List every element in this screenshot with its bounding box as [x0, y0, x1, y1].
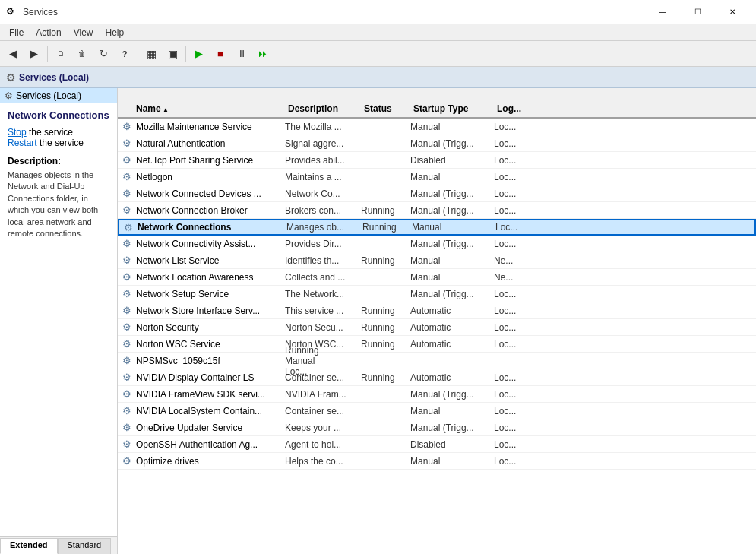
- service-startup-type: Manual (Trigg...: [410, 423, 494, 433]
- stop-service-button[interactable]: ■: [210, 44, 230, 64]
- help-button[interactable]: ?: [115, 44, 134, 64]
- service-logon: Loc...: [494, 239, 756, 249]
- table-row[interactable]: ⚙ NVIDIA FrameView SDK servi... NVIDIA F…: [118, 386, 756, 403]
- menu-view[interactable]: View: [68, 26, 100, 40]
- service-logon: Loc...: [494, 456, 756, 467]
- table-row[interactable]: ⚙ OpenSSH Authentication Ag... Agent to …: [118, 436, 756, 453]
- table-row[interactable]: ⚙ Mozilla Maintenance Service The Mozill…: [118, 119, 756, 135]
- service-startup-type: Manual: [410, 272, 494, 283]
- start-service-button[interactable]: ▶: [189, 44, 209, 64]
- tab-standard[interactable]: Standard: [58, 538, 112, 554]
- service-icon: ⚙: [118, 154, 136, 166]
- table-row[interactable]: ⚙ Network List Service Identifies th... …: [118, 252, 756, 269]
- service-name: NVIDIA FrameView SDK servi...: [136, 389, 285, 400]
- table-row[interactable]: ⚙ Optimize drives Helps the co... Manual…: [118, 453, 756, 470]
- service-logon: Loc...: [494, 289, 756, 299]
- col-header-name[interactable]: Name: [118, 102, 285, 116]
- breadcrumb-text: Services (Local): [19, 72, 89, 83]
- table-row[interactable]: ⚙ Network Connectivity Assist... Provide…: [118, 236, 756, 252]
- service-icon: ⚙: [118, 388, 136, 400]
- bottom-tabs: Extended Standard: [0, 536, 117, 554]
- view-toggle-2[interactable]: ▣: [163, 44, 182, 64]
- service-name: Natural Authentication: [136, 138, 285, 149]
- service-description: Provides Dir...: [285, 239, 361, 249]
- service-name: Mozilla Maintenance Service: [136, 122, 285, 132]
- table-row[interactable]: ⚙ NVIDIA Display Container LS Container …: [118, 369, 756, 386]
- service-description: Provides abil...: [285, 155, 361, 166]
- service-name: NPSMSvc_1059c15f: [136, 356, 285, 366]
- service-description: Maintains a ...: [285, 172, 361, 182]
- col-header-status[interactable]: Status: [361, 102, 410, 116]
- table-row[interactable]: ⚙ OneDrive Updater Service Keeps your ..…: [118, 419, 756, 436]
- service-logon: Loc...: [494, 172, 756, 182]
- table-row[interactable]: ⚙ Network Connections Manages ob... Runn…: [118, 219, 756, 236]
- service-description: Manages ob...: [286, 222, 362, 233]
- left-description-panel: Network Connections Stop the service Res…: [0, 103, 117, 536]
- service-list[interactable]: ⚙ Mozilla Maintenance Service The Mozill…: [118, 119, 756, 554]
- table-row[interactable]: ⚙ Net.Tcp Port Sharing Service Provides …: [118, 152, 756, 169]
- service-logon: Loc...: [494, 339, 756, 350]
- service-startup-type: Manual (Trigg...: [410, 205, 494, 216]
- refresh-button[interactable]: ↻: [93, 44, 113, 64]
- table-row[interactable]: ⚙ Netlogon Maintains a ... Manual Loc...: [118, 169, 756, 185]
- tree-item-label: Services (Local): [16, 90, 81, 101]
- menu-file[interactable]: File: [3, 26, 30, 40]
- pause-service-button[interactable]: ⏸: [232, 44, 251, 64]
- table-row[interactable]: ⚙ Network Store Interface Serv... This s…: [118, 302, 756, 319]
- up-button[interactable]: 🗋: [51, 44, 71, 64]
- service-startup-type: Disabled: [410, 439, 494, 450]
- table-row[interactable]: ⚙ Network Setup Service The Network... M…: [118, 286, 756, 302]
- service-name: Net.Tcp Port Sharing Service: [136, 155, 285, 166]
- table-row[interactable]: ⚙ Network Connected Devices ... Network …: [118, 185, 756, 202]
- toolbar-separator-1: [47, 46, 48, 62]
- back-button[interactable]: ◀: [3, 44, 23, 64]
- col-header-startup[interactable]: Startup Type: [410, 102, 494, 116]
- service-logon: Loc...: [494, 406, 756, 416]
- table-row[interactable]: ⚙ Norton WSC Service Norton WSC... Runni…: [118, 336, 756, 353]
- service-startup-type: Disabled: [410, 155, 494, 166]
- service-description: Container se...: [285, 372, 361, 383]
- stop-service-link[interactable]: Stop: [8, 127, 27, 138]
- view-toggle-1[interactable]: ▦: [141, 44, 161, 64]
- tab-extended[interactable]: Extended: [0, 538, 58, 554]
- table-row[interactable]: ⚙ NPSMSvc_1059c15f Running Manual Loc...: [118, 353, 756, 369]
- col-header-description[interactable]: Description: [285, 102, 361, 116]
- table-row[interactable]: ⚙ Natural Authentication Signal aggre...…: [118, 135, 756, 152]
- window-controls: — ☐ ✕: [645, 0, 750, 24]
- service-icon: ⚙: [118, 171, 136, 182]
- menu-help[interactable]: Help: [100, 26, 131, 40]
- service-description: NVIDIA Fram...: [285, 389, 361, 400]
- service-description: Network Co...: [285, 188, 361, 199]
- service-icon: ⚙: [118, 255, 136, 266]
- maximize-button[interactable]: ☐: [680, 0, 715, 24]
- table-row[interactable]: ⚙ Norton Security Norton Secu... Running…: [118, 319, 756, 336]
- service-status: Running: [361, 205, 410, 216]
- table-row[interactable]: ⚙ NVIDIA LocalSystem Contain... Containe…: [118, 403, 756, 419]
- col-header-logon[interactable]: Log...: [494, 102, 756, 116]
- minimize-button[interactable]: —: [645, 0, 680, 24]
- service-logon: Loc...: [495, 222, 754, 233]
- service-status: Running: [361, 372, 410, 383]
- service-icon: ⚙: [118, 338, 136, 350]
- menu-bar: File Action View Help: [0, 24, 756, 41]
- tree-item-services-local[interactable]: ⚙ Services (Local): [0, 88, 117, 103]
- table-row[interactable]: ⚙ Network Location Awareness Collects an…: [118, 269, 756, 286]
- service-logon: Loc...: [494, 389, 756, 400]
- forward-button[interactable]: ▶: [24, 44, 44, 64]
- show-hide-button[interactable]: 🗑: [72, 44, 92, 64]
- service-logon: Loc...: [494, 322, 756, 333]
- restart-service-link[interactable]: Restart: [8, 138, 37, 148]
- table-row[interactable]: ⚙ Network Connection Broker Brokers con.…: [118, 202, 756, 219]
- service-startup-type: Manual: [410, 456, 494, 467]
- service-description-text: Manages objects in the Network and Dial-…: [8, 169, 109, 239]
- service-icon: ⚙: [118, 355, 136, 366]
- service-logon: Loc...: [494, 372, 756, 383]
- service-name: Optimize drives: [136, 456, 285, 467]
- service-startup-type: Manual: [285, 356, 361, 366]
- service-name: OneDrive Updater Service: [136, 423, 285, 433]
- service-icon: ⚙: [118, 204, 136, 216]
- menu-action[interactable]: Action: [30, 26, 67, 40]
- restart-service-button[interactable]: ⏭: [253, 44, 273, 64]
- service-icon: ⚙: [118, 121, 136, 132]
- close-button[interactable]: ✕: [715, 0, 750, 24]
